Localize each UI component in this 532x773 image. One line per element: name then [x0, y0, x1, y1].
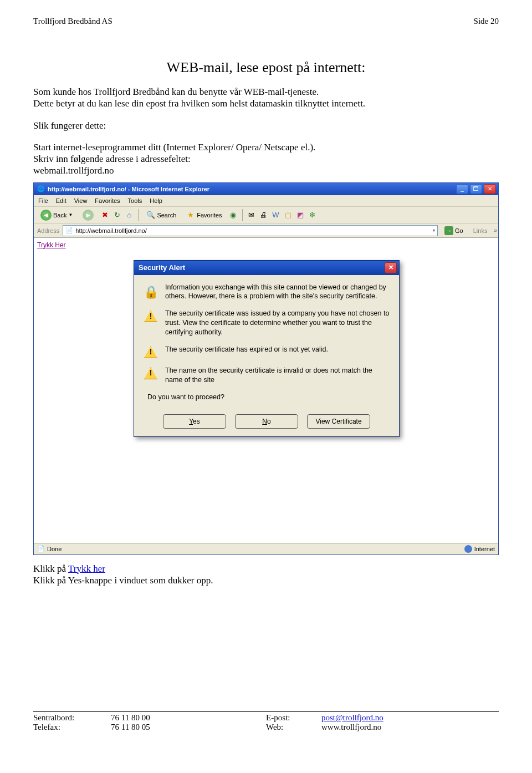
refresh-icon[interactable]: ↻	[112, 211, 121, 220]
footer-epost-label: E-post:	[266, 713, 321, 723]
footer-telefax-label: Telefax:	[33, 723, 111, 732]
no-button[interactable]: No	[235, 414, 298, 429]
ie-addressbar: Address 📄 http://webmail.trollfjord.no/ …	[34, 224, 498, 238]
search-label: Search	[157, 212, 176, 218]
ie-window: 🌐 http://webmail.trollfjord.no/ - Micros…	[33, 182, 499, 555]
back-arrow-icon: ◄	[40, 210, 52, 221]
messenger-icon[interactable]: ❇	[308, 211, 317, 220]
forward-arrow-icon: ►	[83, 210, 94, 221]
ie-menubar: File Edit View Favorites Tools Help	[34, 195, 498, 207]
doc-header: Trollfjord Bredbånd AS Side 20	[33, 17, 499, 26]
forward-button[interactable]: ►	[79, 208, 97, 222]
ie-icon: 🌐	[37, 185, 45, 192]
toolbar-sep2	[242, 209, 243, 221]
footer-sentralbord-label: Sentralbord:	[33, 713, 111, 723]
doc-page: Side 20	[474, 17, 499, 26]
home-icon[interactable]: ⌂	[125, 211, 134, 220]
doc-footer: Sentralbord: 76 11 80 00 E-post: post@tr…	[33, 711, 499, 732]
footer-telefax-val: 76 11 80 05	[111, 723, 266, 732]
menu-tools[interactable]: Tools	[128, 197, 142, 204]
discuss-icon[interactable]: ◩	[296, 211, 305, 220]
back-label: Back	[53, 212, 66, 218]
toolbar-sep	[138, 209, 139, 221]
edit-icon[interactable]: W	[272, 211, 280, 220]
status-zone: Internet	[474, 546, 495, 552]
page-icon: 📄	[65, 227, 73, 234]
address-input[interactable]: 📄 http://webmail.trollfjord.no/ ▾	[63, 225, 438, 236]
instruction-2: Skriv inn følgende adresse i adressefelt…	[33, 153, 499, 165]
dialog-title-text: Security Alert	[139, 263, 185, 272]
internet-zone-icon	[464, 545, 472, 553]
menu-favorites[interactable]: Favorites	[95, 197, 120, 204]
ie-content: Trykk Her Security Alert ✕ 🔒 Information…	[34, 238, 498, 543]
instruction-1: Start internet-leseprogrammet ditt (Inte…	[33, 141, 499, 153]
trykk-her-link[interactable]: Trykk Her	[37, 241, 66, 249]
dialog-close-button[interactable]: ✕	[385, 262, 397, 273]
links-label[interactable]: Links	[470, 227, 491, 234]
dialog-msg-4: The name on the security certificate is …	[165, 366, 390, 385]
status-done: Done	[47, 546, 62, 552]
yes-button[interactable]: Yes	[163, 414, 226, 429]
menu-file[interactable]: File	[38, 197, 48, 204]
lock-icon: 🔒	[144, 284, 158, 298]
dialog-proceed: Do you want to proceed?	[147, 393, 390, 402]
favorites-label: Favorites	[197, 212, 222, 218]
after-instruction-1: Klikk på Trykk her	[33, 563, 499, 574]
links-chevron-icon[interactable]: »	[494, 227, 498, 233]
after1-pre: Klikk på	[33, 563, 68, 574]
favorites-button[interactable]: ★ Favorites	[183, 210, 225, 221]
go-arrow-icon: →	[444, 226, 453, 235]
folder-icon[interactable]: ▢	[284, 211, 293, 220]
page-title: WEB-mail, lese epost på internett:	[33, 59, 499, 76]
warning-icon: !	[144, 346, 157, 358]
ie-titlebar: 🌐 http://webmail.trollfjord.no/ - Micros…	[34, 183, 498, 195]
go-label: Go	[455, 227, 463, 234]
back-button[interactable]: ◄ Back ▼	[37, 208, 76, 222]
footer-web-val: www.trollfjord.no	[321, 723, 381, 732]
menu-help[interactable]: Help	[150, 197, 162, 204]
search-button[interactable]: 🔍 Search	[143, 210, 180, 221]
no-rest: o	[267, 418, 271, 425]
maximize-button[interactable]: 🗖	[470, 184, 482, 194]
sub-heading: Slik fungerer dette:	[33, 120, 499, 131]
stop-icon[interactable]: ✖	[100, 211, 109, 220]
address-label: Address	[37, 227, 59, 234]
ie-statusbar: 📄 Done Internet	[34, 543, 498, 555]
webmail-address: webmail.trollfjord.no	[33, 165, 499, 176]
yes-rest: es	[193, 418, 200, 425]
security-alert-dialog: Security Alert ✕ 🔒 Information you excha…	[134, 260, 400, 437]
status-page-icon: 📄	[37, 545, 45, 552]
address-dropdown-icon[interactable]: ▾	[433, 228, 435, 233]
menu-edit[interactable]: Edit	[56, 197, 66, 204]
dialog-titlebar: Security Alert ✕	[134, 261, 399, 275]
search-icon: 🔍	[146, 211, 155, 220]
print-icon[interactable]: 🖨	[259, 211, 268, 220]
intro-paragraph: Som kunde hos Trollfjord Bredbånd kan du…	[33, 86, 499, 110]
after-instruction-2: Klikk på Yes-knappe i vinduet som dukker…	[33, 574, 499, 586]
mail-icon[interactable]: ✉	[247, 211, 256, 220]
footer-epost-link[interactable]: post@trollfjord.no	[321, 713, 383, 722]
warning-icon: !	[144, 310, 157, 322]
view-certificate-button[interactable]: View Certificate	[307, 414, 370, 429]
footer-sentralbord-val: 76 11 80 00	[111, 713, 266, 723]
ie-title: http://webmail.trollfjord.no/ - Microsof…	[48, 186, 209, 192]
close-button[interactable]: ✕	[484, 184, 496, 194]
warning-icon: !	[144, 367, 157, 379]
minimize-button[interactable]: _	[456, 184, 468, 194]
dialog-msg-2: The security certificate was issued by a…	[165, 309, 390, 337]
star-icon: ★	[186, 211, 195, 220]
address-value: http://webmail.trollfjord.no/	[75, 227, 431, 234]
go-button[interactable]: → Go	[441, 226, 467, 235]
trykk-her-textlink[interactable]: Trykk her	[68, 563, 105, 574]
ie-toolbar: ◄ Back ▼ ► ✖ ↻ ⌂ 🔍 Search ★ Favorites ◉ …	[34, 207, 498, 224]
dialog-msg-3: The security certificate has expired or …	[165, 345, 328, 358]
dialog-msg-1: Information you exchange with this site …	[165, 283, 390, 302]
footer-web-label: Web:	[266, 723, 321, 732]
media-icon[interactable]: ◉	[229, 211, 238, 220]
doc-company: Trollfjord Bredbånd AS	[33, 17, 112, 26]
menu-view[interactable]: View	[74, 197, 88, 204]
